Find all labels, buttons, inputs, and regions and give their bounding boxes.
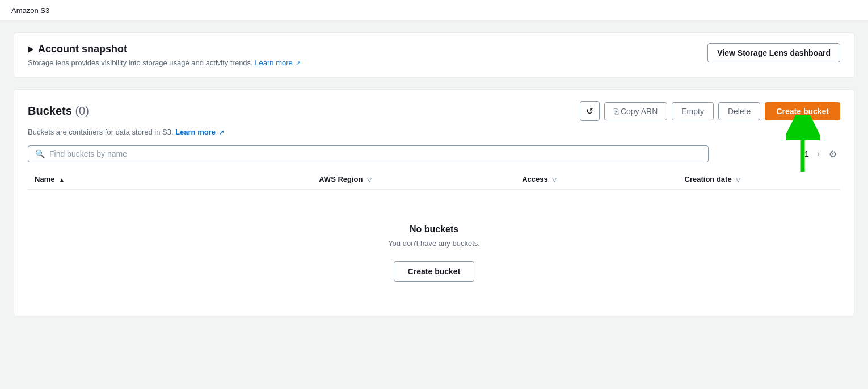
- column-header-access[interactable]: Access ▽: [515, 169, 677, 190]
- empty-state-title: No buckets: [39, 224, 829, 235]
- buckets-external-link-icon: ↗: [219, 129, 224, 136]
- column-header-name[interactable]: Name ▲: [28, 169, 312, 190]
- account-snapshot-desc: Storage lens provides visibility into st…: [28, 58, 301, 67]
- account-snapshot-learn-more-link[interactable]: Learn more ↗: [255, 58, 301, 67]
- table-header: Name ▲ AWS Region ▽ Access ▽ Creation da…: [28, 169, 840, 190]
- account-snapshot-left: Account snapshot Storage lens provides v…: [28, 43, 301, 67]
- next-page-button[interactable]: ›: [814, 147, 823, 161]
- account-snapshot-card: Account snapshot Storage lens provides v…: [14, 32, 854, 78]
- account-snapshot-title: Account snapshot: [28, 43, 301, 55]
- search-box[interactable]: 🔍: [28, 145, 709, 162]
- table-body: No buckets You don't have any buckets. C…: [28, 190, 840, 304]
- buckets-title: Buckets (0): [28, 104, 89, 118]
- sort-asc-icon: ▲: [59, 177, 65, 183]
- search-icon: 🔍: [35, 149, 45, 158]
- delete-button[interactable]: Delete: [718, 102, 760, 120]
- buckets-table: Name ▲ AWS Region ▽ Access ▽ Creation da…: [28, 169, 840, 304]
- empty-state-create-bucket-button[interactable]: Create bucket: [394, 261, 475, 282]
- column-header-region[interactable]: AWS Region ▽: [312, 169, 515, 190]
- buckets-actions: ↺ ⎘ Copy ARN Empty Delete Create bucket: [580, 101, 840, 121]
- empty-state-description: You don't have any buckets.: [39, 239, 829, 248]
- buckets-card: Buckets (0) ↺ ⎘ Copy ARN Empty Delete Cr…: [14, 89, 854, 316]
- expand-icon[interactable]: [28, 46, 33, 53]
- sort-desc-icon-creation: ▽: [736, 177, 740, 183]
- refresh-button[interactable]: ↺: [580, 101, 600, 121]
- buckets-learn-more-link[interactable]: Learn more ↗: [175, 128, 224, 136]
- main-content: Account snapshot Storage lens provides v…: [0, 21, 868, 328]
- table-settings-button[interactable]: ⚙: [825, 147, 840, 162]
- external-link-icon: ↗: [296, 60, 301, 67]
- sort-desc-icon-region: ▽: [367, 177, 372, 183]
- copy-arn-button[interactable]: ⎘ Copy ARN: [604, 102, 667, 120]
- column-header-creation-date[interactable]: Creation date ▽: [678, 169, 840, 190]
- sort-desc-icon-access: ▽: [552, 177, 557, 183]
- refresh-icon: ↺: [586, 106, 593, 116]
- top-bar: Amazon S3: [0, 0, 868, 21]
- empty-state: No buckets You don't have any buckets. C…: [28, 190, 840, 304]
- buckets-count: (0): [75, 104, 89, 117]
- buckets-description: Buckets are containers for data stored i…: [28, 128, 840, 136]
- buckets-header-row: Buckets (0) ↺ ⎘ Copy ARN Empty Delete Cr…: [28, 101, 840, 121]
- empty-button[interactable]: Empty: [672, 102, 714, 120]
- copy-icon: ⎘: [614, 107, 621, 116]
- search-pagination-row: 🔍 1 › ⚙: [28, 145, 840, 162]
- view-storage-lens-button[interactable]: View Storage Lens dashboard: [707, 43, 840, 62]
- page-number: 1: [802, 149, 811, 158]
- pagination-controls: 1 › ⚙: [802, 147, 840, 162]
- create-bucket-button[interactable]: Create bucket: [765, 102, 840, 120]
- annotation-arrow: [786, 115, 820, 172]
- create-bucket-container: Create bucket: [765, 102, 840, 120]
- app-title: Amazon S3: [11, 6, 49, 15]
- search-input[interactable]: [49, 149, 701, 158]
